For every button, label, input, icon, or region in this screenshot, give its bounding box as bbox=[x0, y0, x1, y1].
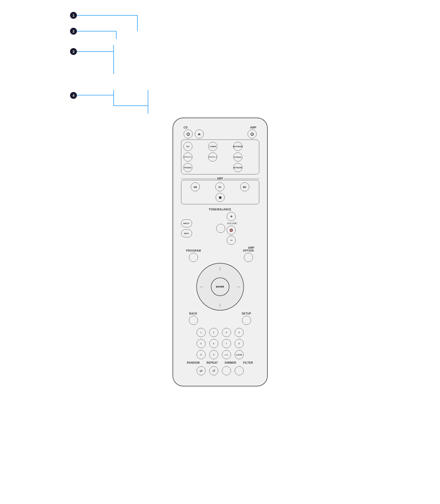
info-label: INFO bbox=[184, 232, 189, 235]
stop-button[interactable] bbox=[216, 193, 225, 202]
prev-icon bbox=[193, 185, 197, 189]
volume-plus-label: + bbox=[230, 214, 233, 219]
num3-button[interactable]: 3 bbox=[222, 328, 231, 337]
option-button[interactable] bbox=[244, 253, 253, 262]
amp-vol-section-label: AMP bbox=[248, 246, 254, 249]
transport-row-2 bbox=[184, 193, 256, 202]
cd-eject-button[interactable] bbox=[195, 130, 204, 138]
clear-button[interactable]: CLEAR bbox=[235, 350, 244, 359]
input-button[interactable]: INPUT bbox=[181, 219, 192, 227]
volume-cluster-col: + VOLUME − bbox=[194, 212, 259, 245]
back-item: BACK bbox=[189, 312, 198, 325]
dpad-outer-ring[interactable]: | | — — ENTER bbox=[196, 263, 244, 311]
callout-1: 1 bbox=[70, 12, 77, 19]
num5-label: 5 bbox=[200, 342, 202, 345]
source-phono-button[interactable]: PHONO bbox=[183, 163, 192, 172]
next-button[interactable] bbox=[240, 182, 249, 191]
amp-transport-label: AMP bbox=[216, 177, 224, 180]
setup-button[interactable] bbox=[242, 316, 251, 325]
num4-button[interactable]: 4 bbox=[235, 328, 244, 337]
amp-vol-label: AMP bbox=[181, 246, 259, 249]
num9-button[interactable]: 9 bbox=[197, 350, 206, 359]
dimmer-button[interactable] bbox=[222, 366, 231, 375]
info-button[interactable]: INFO bbox=[181, 229, 192, 237]
program-label: PROGRAM bbox=[186, 249, 201, 252]
dpad-left-arrow[interactable]: — bbox=[200, 285, 203, 289]
num3-label: 3 bbox=[226, 331, 227, 334]
num6-button[interactable]: 6 bbox=[209, 339, 218, 348]
enter-button[interactable]: ENTER bbox=[211, 278, 229, 296]
source-coaxial-button[interactable]: COAXIAL bbox=[233, 152, 242, 161]
volume-minus-button[interactable]: − bbox=[227, 236, 236, 245]
dpad-right-arrow[interactable]: — bbox=[237, 285, 240, 289]
num1-button[interactable]: 1 bbox=[197, 328, 206, 337]
random-button[interactable] bbox=[197, 366, 206, 375]
source-empty-cell bbox=[208, 163, 232, 172]
num7-label: 7 bbox=[226, 342, 227, 345]
repeat-button[interactable] bbox=[209, 366, 218, 375]
volume-label: VOLUME bbox=[227, 222, 237, 225]
cd-controls-row bbox=[181, 130, 259, 138]
num0-label: 0 bbox=[213, 353, 214, 356]
eject-icon bbox=[198, 132, 201, 136]
amp-power-button[interactable] bbox=[248, 130, 257, 138]
tone-balance-label: TONE/BALANCE bbox=[208, 208, 232, 211]
input-info-col: INPUT INFO bbox=[181, 219, 192, 237]
source-optical2-button[interactable]: OPTICAL 2 bbox=[208, 152, 217, 161]
play-pause-button[interactable] bbox=[215, 182, 224, 191]
numpad-row-1: 1 2 3 4 bbox=[197, 328, 244, 337]
filter-button[interactable] bbox=[235, 366, 244, 375]
stop-icon bbox=[218, 195, 222, 200]
remote-body: CD AMP CD TUNER bbox=[173, 118, 268, 386]
source-optical1-button[interactable]: OPTICAL 1 bbox=[183, 152, 192, 161]
source-tuner-button[interactable]: TUNER bbox=[208, 142, 217, 151]
cd-label: CD bbox=[184, 126, 188, 129]
dpad-up-arrow[interactable]: | bbox=[220, 267, 220, 270]
num8-button[interactable]: 8 bbox=[235, 339, 244, 348]
dpad-down-arrow[interactable]: | bbox=[220, 303, 220, 307]
source-network-button[interactable]: NETWORK bbox=[233, 163, 242, 172]
amp-label: AMP bbox=[250, 126, 257, 129]
source-cd-button[interactable]: CD bbox=[183, 142, 192, 151]
top-labels: CD AMP bbox=[181, 126, 259, 130]
play-pause-icon bbox=[218, 185, 222, 189]
source-phono-label: PHONO bbox=[184, 167, 192, 169]
num4-label: 4 bbox=[238, 331, 240, 334]
page-container: 1 2 3 4 CD AMP CD bbox=[0, 0, 440, 504]
input-label: INPUT bbox=[183, 222, 190, 225]
prev-button[interactable] bbox=[191, 182, 200, 191]
num5-button[interactable]: 5 bbox=[197, 339, 206, 348]
source-selector-box: CD TUNER RECORDER OPTICAL 1 OPTICAL 2 CO… bbox=[181, 140, 259, 174]
a-slash-a-label: a /A bbox=[225, 354, 228, 356]
callout-3: 3 bbox=[70, 48, 77, 55]
back-button[interactable] bbox=[189, 316, 198, 325]
source-coaxial-label: COAXIAL bbox=[234, 156, 242, 158]
source-tuner-label: TUNER bbox=[210, 146, 216, 147]
num8-label: 8 bbox=[238, 342, 240, 345]
callout-2: 2 bbox=[70, 28, 77, 35]
num1-label: 1 bbox=[200, 331, 202, 334]
transport-row-1 bbox=[184, 182, 256, 191]
source-optical1-label: OPTICAL 1 bbox=[184, 156, 192, 158]
program-item: PROGRAM bbox=[186, 249, 201, 262]
tone-knob-button[interactable] bbox=[216, 224, 225, 233]
repeat-label: REPEAT bbox=[207, 361, 218, 364]
program-option-row: PROGRAM OPTION bbox=[181, 249, 259, 262]
back-setup-row: BACK SETUP bbox=[181, 312, 259, 325]
bottom-controls: RANDOM REPEAT DIMMER FILTER bbox=[181, 361, 259, 375]
next-icon bbox=[243, 185, 247, 189]
callout-4: 4 bbox=[70, 92, 77, 99]
num0-button[interactable]: 0 bbox=[209, 350, 218, 359]
num7-button[interactable]: 7 bbox=[222, 339, 231, 348]
input-volume-area: INPUT INFO + VOLUME bbox=[181, 212, 259, 245]
a-slash-a-button[interactable]: a /A bbox=[222, 350, 231, 359]
source-recorder-button[interactable]: RECORDER bbox=[233, 142, 242, 151]
num2-button[interactable]: 2 bbox=[209, 328, 218, 337]
mute-button[interactable] bbox=[227, 226, 236, 235]
cd-power-button[interactable] bbox=[184, 130, 193, 138]
bottom-labels-row: RANDOM REPEAT DIMMER FILTER bbox=[181, 361, 259, 364]
volume-plus-button[interactable]: + bbox=[227, 212, 236, 221]
program-button[interactable] bbox=[189, 253, 198, 262]
random-icon bbox=[200, 369, 203, 373]
enter-label: ENTER bbox=[216, 285, 224, 288]
